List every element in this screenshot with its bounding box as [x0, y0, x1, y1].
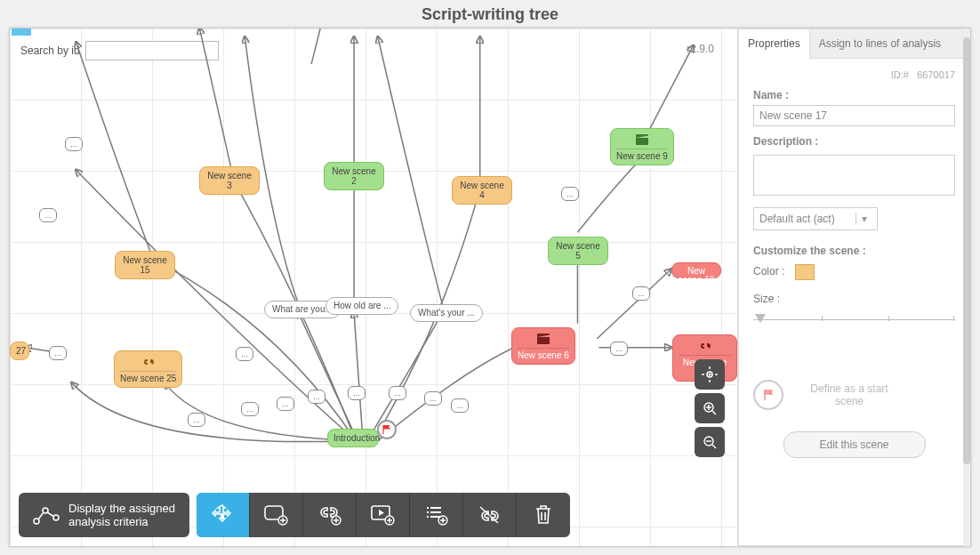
ellipsis-node[interactable]: ... — [308, 390, 325, 404]
dialog-node[interactable]: How old are ... — [325, 297, 398, 315]
ellipsis-node[interactable]: ... — [241, 402, 259, 416]
id-value: 6670017 — [917, 69, 955, 80]
description-label: Description : — [753, 135, 955, 148]
ellipsis-node[interactable]: ... — [632, 286, 650, 301]
customize-label: Customize the scene : — [753, 245, 955, 257]
svg-rect-3 — [537, 334, 550, 337]
node-scene-27[interactable]: 27 — [10, 342, 29, 360]
zoom-out-button[interactable] — [695, 427, 725, 457]
ellipsis-node[interactable]: ... — [561, 187, 579, 201]
node-scene-18[interactable]: New scene 18 — [671, 262, 721, 278]
svg-rect-1 — [636, 134, 648, 138]
link-icon — [120, 355, 176, 369]
node-label: New scene 9 — [616, 151, 668, 161]
svg-rect-0 — [636, 138, 648, 145]
tool-add-link[interactable] — [303, 493, 357, 537]
top-accent — [12, 28, 31, 36]
ellipsis-node[interactable]: ... — [424, 391, 442, 406]
node-label: New scene 25 — [120, 374, 176, 383]
node-scene-4[interactable]: New scene 4 — [452, 176, 512, 205]
page-title: Script-writing tree — [0, 0, 980, 28]
edit-scene-button[interactable]: Edit this scene — [783, 431, 926, 458]
define-start-button[interactable] — [753, 380, 783, 410]
svg-point-5 — [709, 374, 711, 376]
tree-canvas[interactable]: Search by id r2.9.0 — [10, 28, 737, 546]
node-label: New scene 6 — [518, 350, 569, 360]
search-label: Search by id — [20, 44, 80, 57]
tab-properties[interactable]: Proprerties — [738, 28, 810, 59]
side-tabs: Proprerties Assign to lines of analysis — [738, 28, 970, 59]
ellipsis-node[interactable]: ... — [348, 386, 365, 400]
color-swatch[interactable] — [795, 264, 815, 280]
ellipsis-node[interactable]: ... — [389, 386, 406, 400]
node-scene-3[interactable]: New scene 3 — [199, 166, 260, 195]
node-introduction[interactable]: Introduction — [327, 429, 379, 447]
ellipsis-node[interactable]: ... — [277, 397, 294, 411]
clapper-icon — [616, 133, 668, 147]
ellipsis-node[interactable]: ... — [451, 398, 469, 413]
ellipsis-node[interactable]: ... — [188, 413, 205, 427]
scrollbar-track[interactable] — [963, 28, 970, 546]
size-label: Size : — [753, 293, 780, 305]
ellipsis-node[interactable]: ... — [610, 342, 628, 356]
node-scene-6[interactable]: New scene 6 — [511, 327, 575, 365]
svg-rect-2 — [537, 337, 550, 344]
app-shell: Search by id r2.9.0 — [9, 28, 971, 547]
node-scene-9[interactable]: New scene 9 — [610, 128, 674, 165]
node-scene-2[interactable]: New scene 2 — [324, 162, 384, 190]
bottom-toolbar: Display the assigned analysis criteria — [19, 493, 622, 537]
node-scene-15[interactable]: New scene 15 — [115, 251, 175, 279]
start-flag-icon — [377, 420, 397, 439]
display-criteria-button[interactable]: Display the assigned analysis criteria — [19, 493, 189, 537]
ellipsis-node[interactable]: ... — [39, 208, 57, 222]
side-panel: Proprerties Assign to lines of analysis … — [737, 28, 970, 546]
zoom-in-button[interactable] — [695, 393, 725, 423]
node-scene-25[interactable]: New scene 25 — [114, 350, 182, 388]
color-label: Color : — [753, 265, 784, 278]
tool-delete[interactable] — [517, 493, 570, 537]
act-select-value: Default act (act) — [759, 213, 835, 225]
search-input[interactable] — [85, 41, 219, 60]
tool-add-list[interactable] — [410, 493, 463, 537]
node-scene-5[interactable]: New scene 5 — [548, 237, 608, 265]
ellipsis-node[interactable]: ... — [49, 346, 67, 360]
criteria-icon — [33, 505, 60, 525]
name-input[interactable] — [753, 105, 955, 126]
dialog-node[interactable]: What's your ... — [410, 304, 483, 322]
id-label: ID:# — [891, 69, 909, 80]
act-select[interactable]: Default act (act) ▾ — [753, 207, 878, 230]
clapper-icon — [518, 332, 569, 346]
search-wrap: Search by id — [20, 41, 219, 60]
scrollbar-thumb[interactable] — [963, 37, 970, 464]
tab-assign[interactable]: Assign to lines of analysis — [810, 28, 970, 59]
criteria-label-1: Display the assigned — [68, 502, 175, 515]
version-label: r2.9.0 — [687, 43, 714, 55]
size-slider-thumb[interactable] — [755, 314, 766, 323]
tool-palette — [197, 493, 570, 537]
size-slider[interactable] — [753, 310, 955, 326]
link-icon — [679, 339, 731, 353]
name-label: Name : — [753, 89, 955, 101]
zoom-center-button[interactable] — [695, 359, 725, 390]
tool-move[interactable] — [197, 493, 250, 537]
criteria-label-2: analysis criteria — [68, 515, 175, 528]
define-start-label: Define as a start scene — [796, 382, 903, 407]
ellipsis-node[interactable]: ... — [65, 137, 83, 151]
zoom-controls — [695, 359, 725, 457]
ellipsis-node[interactable]: ... — [236, 347, 253, 361]
chevron-down-icon: ▾ — [855, 213, 872, 225]
tool-add-video[interactable] — [357, 493, 410, 537]
tool-add-scene[interactable] — [250, 493, 303, 537]
arrows-layer — [10, 28, 737, 546]
panel-body: ID:# 6670017 Name : Description : Defaul… — [738, 59, 970, 546]
description-input[interactable] — [753, 155, 955, 196]
svg-point-10 — [53, 515, 59, 520]
tool-unlink[interactable] — [463, 493, 517, 537]
